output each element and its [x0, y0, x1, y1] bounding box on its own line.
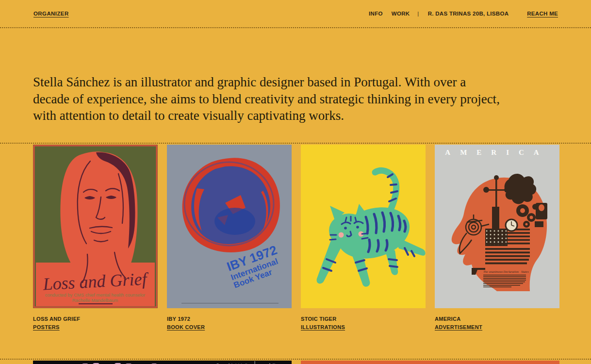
project-category-link[interactable]: BOOK COVER — [167, 324, 205, 331]
america-title-text: AMERICA — [445, 149, 548, 156]
poster-image-america[interactable]: AMERICA — [435, 145, 559, 308]
intro-line: with attention to detail to create visua… — [33, 107, 562, 124]
poster-image-stoic-tiger[interactable] — [301, 145, 426, 308]
project-title: AMERICA — [435, 315, 559, 322]
nav-item-work[interactable]: WORK — [392, 11, 410, 17]
reach-me-link[interactable]: REACH ME — [527, 11, 558, 17]
project-card-loss-and-grief[interactable]: Loss and Grief conducted by CMS chief me… — [33, 145, 158, 331]
work-grid-row-1: Loss and Grief conducted by CMS chief me… — [0, 143, 591, 359]
project-caption: AMERICA ADVERTISEMENT — [435, 315, 559, 331]
top-nav: INFO WORK | R. DAS TRINAS 20B, LISBOA RE… — [369, 11, 558, 17]
poster-image-orange[interactable] — [301, 361, 559, 364]
project-caption: LOSS AND GRIEF POSTERS — [33, 315, 158, 331]
project-card-iby-1972[interactable]: IBY 1972 International Book Year IBY 197… — [167, 145, 292, 331]
project-category-link[interactable]: ILLUSTRATIONS — [301, 324, 345, 331]
project-card-america[interactable]: AMERICA — [435, 145, 559, 331]
poster-credit-line: Rachelle Mandelbaum — [72, 298, 118, 303]
logo-link[interactable]: ORGANIZER — [33, 11, 69, 17]
poster-credit-line: conducted by CMS chief mental health cou… — [45, 292, 145, 298]
project-caption: IBY 1972 BOOK COVER — [167, 315, 292, 331]
address-text: R. DAS TRINAS 20B, LISBOA — [428, 11, 509, 17]
work-grid-row-2: Space Administration — [0, 359, 591, 364]
project-card-stoic-tiger[interactable]: STOIC TIGER ILLUSTRATIONS — [301, 145, 426, 331]
poster-image-loss-and-grief[interactable]: Loss and Grief conducted by CMS chief me… — [33, 145, 158, 308]
project-title: IBY 1972 — [167, 315, 292, 322]
poster-image-nasa[interactable]: Space Administration — [33, 361, 292, 364]
project-caption: STOIC TIGER ILLUSTRATIONS — [301, 315, 426, 331]
project-category-link[interactable]: POSTERS — [33, 324, 60, 331]
intro-section: Stella Sánchez is an illustrator and gra… — [0, 28, 591, 143]
project-title: LOSS AND GRIEF — [33, 315, 158, 322]
nav-item-info[interactable]: INFO — [369, 11, 383, 17]
nav-divider: | — [417, 11, 419, 17]
declaration-states: States — [521, 270, 529, 273]
project-category-link[interactable]: ADVERTISEMENT — [435, 324, 482, 331]
intro-line: decade of experience, she aims to blend … — [33, 91, 562, 108]
project-title: STOIC TIGER — [301, 315, 426, 322]
top-bar: ORGANIZER INFO WORK | R. DAS TRINAS 20B,… — [0, 0, 591, 28]
declaration-heading: The unanimous Declaration — [483, 270, 519, 273]
poster-image-iby-1972[interactable]: IBY 1972 International Book Year — [167, 145, 292, 308]
project-card-orange-poster[interactable] — [301, 361, 559, 364]
project-card-nasa-poster[interactable]: Space Administration — [33, 361, 292, 364]
intro-line: Stella Sánchez is an illustrator and gra… — [33, 74, 562, 91]
